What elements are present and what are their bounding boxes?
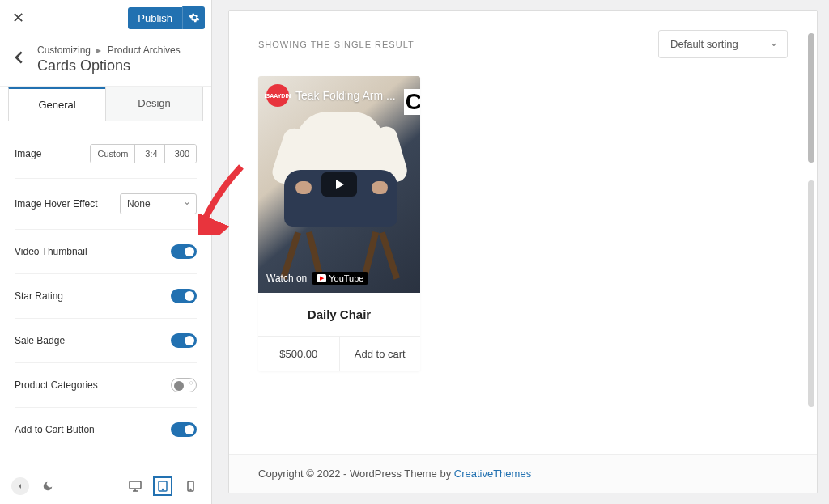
customizer-sidebar: ✕ Publish Customizing ▸ Product Archives… [0,0,212,504]
option-label: Sale Badge [15,335,65,346]
chevron-right-icon: ▸ [96,44,101,56]
svg-point-4 [190,489,191,490]
youtube-badge: YouTube [312,272,368,285]
gear-icon [189,12,200,23]
seg-width[interactable]: 300 [168,145,196,163]
product-price: $500.00 [258,337,340,371]
dark-mode-button[interactable] [39,477,57,495]
close-button[interactable]: ✕ [0,0,36,36]
corner-letter: C [404,89,420,115]
watch-on-label: Watch on [266,273,307,284]
desktop-icon [129,481,142,492]
option-star-rating: Star Rating [15,274,197,319]
option-label: Video Thumbnail [15,246,87,257]
product-info: Daily Chair [258,293,420,336]
image-size-control[interactable]: Custom 3:4 300 [90,144,197,163]
mobile-icon [187,481,194,492]
tabs: General Design [8,87,203,121]
product-name[interactable]: Daily Chair [266,307,412,321]
video-thumbnail-toggle[interactable] [171,244,197,259]
product-card[interactable]: ISAAYDIN Teak Folding Arm ... C Watch on… [258,76,420,371]
breadcrumb: Customizing ▸ Product Archives [37,44,181,56]
add-to-cart-toggle[interactable] [171,422,197,437]
channel-avatar: ISAAYDIN [266,84,289,107]
option-video-thumbnail: Video Thumbnail [15,230,197,274]
seg-ratio[interactable]: 3:4 [138,145,164,163]
options-list: Image Custom 3:4 300 Image Hover Effect … [0,121,211,468]
product-categories-toggle[interactable] [171,378,197,392]
hide-controls-button[interactable] [11,477,29,495]
panel-header: ✕ Publish [0,0,211,36]
theme-author-link[interactable]: CreativeThemes [454,468,531,480]
tablet-icon [158,481,168,492]
device-desktop-button[interactable] [125,476,145,496]
panel-footer [0,468,211,504]
option-hover-effect: Image Hover Effect None [15,179,197,230]
product-actions: $500.00 Add to cart [258,336,420,371]
option-label: Product Categories [15,379,98,391]
option-sale-badge: Sale Badge [15,319,197,363]
option-label: Image [15,148,41,159]
publish-button[interactable]: Publish [128,7,182,29]
hover-effect-select[interactable]: None [120,193,197,214]
add-to-cart-button[interactable]: Add to cart [340,337,421,371]
device-mobile-button[interactable] [181,476,200,496]
site-footer: Copyright © 2022 - WordPress Theme by Cr… [229,454,817,493]
publish-area: Publish [128,6,205,29]
copyright-text: Copyright © 2022 - WordPress Theme by [258,468,454,480]
back-button[interactable] [11,48,28,71]
watch-on-youtube[interactable]: Watch on YouTube [266,272,368,285]
chevron-left-icon [15,51,24,64]
option-label: Star Rating [15,290,63,302]
result-count-text: Showing the single result [258,40,414,49]
svg-point-2 [163,489,164,490]
device-tablet-button[interactable] [153,476,172,496]
video-title: Teak Folding Arm ... [295,89,396,102]
option-label: Image Hover Effect [15,198,98,210]
collapse-icon [16,482,24,490]
breadcrumb-root: Customizing [37,44,91,56]
moon-icon [42,481,53,492]
preview-frame: Showing the single result Default sortin… [228,10,818,493]
publish-settings-button[interactable] [182,6,205,29]
option-add-to-cart: Add to Cart Button [15,408,197,451]
option-product-categories: Product Categories [15,363,197,408]
sort-select[interactable]: Default sorting [658,30,788,58]
sale-badge-toggle[interactable] [171,333,197,348]
option-label: Add to Cart Button [15,424,95,435]
section-title: Cards Options [37,57,181,74]
svg-rect-0 [130,481,141,489]
seg-custom[interactable]: Custom [91,145,135,163]
breadcrumb-block: Customizing ▸ Product Archives Cards Opt… [37,44,181,74]
tab-general[interactable]: General [8,87,105,121]
breadcrumb-parent[interactable]: Product Archives [108,44,181,56]
shop-header: Showing the single result Default sortin… [229,11,817,73]
video-thumbnail[interactable]: ISAAYDIN Teak Folding Arm ... C Watch on… [258,76,420,293]
breadcrumb-row: Customizing ▸ Product Archives Cards Opt… [0,36,211,87]
tab-design[interactable]: Design [105,87,203,121]
play-button[interactable] [321,172,357,197]
star-rating-toggle[interactable] [171,289,197,303]
option-image: Image Custom 3:4 300 [15,129,197,179]
